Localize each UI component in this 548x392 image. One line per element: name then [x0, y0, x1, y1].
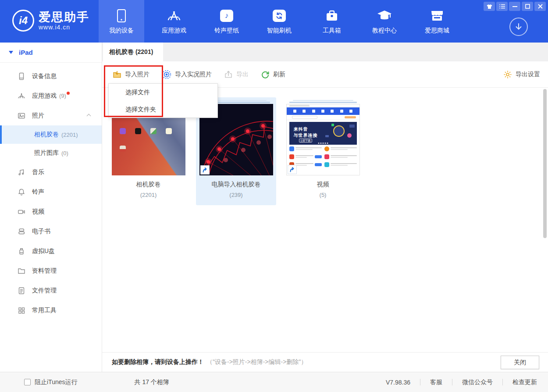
- sidebar-item-ebooks[interactable]: 电子书: [0, 221, 102, 241]
- tab-camera-roll[interactable]: 相机胶卷 (2201): [103, 43, 163, 61]
- ebook-icon: [18, 228, 25, 235]
- sidebar-item-common-tools[interactable]: 常用工具: [0, 300, 102, 320]
- mall-icon: [430, 8, 445, 23]
- album-count: (2201): [108, 192, 189, 198]
- main-nav: 我的设备 应用游戏 ♪ 铃声壁纸 智能刷机 工具箱: [99, 0, 467, 43]
- import-photos-button[interactable]: 导入照片: [113, 70, 149, 78]
- notice-hint: （"设备->照片->相簿->编辑->删除"）: [206, 358, 307, 366]
- download-arrow-icon: [514, 22, 523, 31]
- nav-toolbox[interactable]: 工具箱: [309, 0, 355, 43]
- sidebar-item-data-management[interactable]: 资料管理: [0, 261, 102, 281]
- sidebar-item-camera-roll[interactable]: 相机胶卷 (2201): [0, 125, 102, 144]
- photo-library-count: (0): [61, 150, 68, 157]
- nav-app-games[interactable]: 应用游戏: [151, 0, 197, 43]
- notice-text: 如要删除相簿，请到设备上操作！: [112, 358, 204, 366]
- ringtone-icon: ♪: [220, 8, 233, 23]
- block-itunes-checkbox[interactable]: [24, 379, 31, 385]
- album-name: 电脑导入相机胶卷: [196, 181, 276, 189]
- tutorial-icon: [377, 8, 392, 23]
- export-button[interactable]: 导出: [224, 70, 249, 78]
- status-bar: 阻止iTunes运行 共 17 个相簿 V7.98.36 客服 微信公众号 检查…: [0, 372, 548, 392]
- main-panel: 相机胶卷 (2201) 导入照片 导入实况照片 导出 刷新 导出设置: [102, 43, 548, 372]
- customer-service-link[interactable]: 客服: [430, 378, 442, 386]
- photos-icon: [18, 112, 25, 120]
- sidebar-item-music[interactable]: 音乐: [0, 162, 102, 182]
- banner-text-line1: 来抖音: [294, 126, 308, 132]
- shortcut-arrow-icon: [288, 165, 297, 174]
- banner-download-button: 立即下载: [299, 139, 312, 143]
- menu-item-select-folder[interactable]: 选择文件夹: [109, 101, 217, 118]
- list-icon[interactable]: [496, 2, 508, 11]
- sidebar-device-header[interactable]: iPad: [0, 43, 102, 63]
- close-button[interactable]: 关闭: [501, 356, 539, 369]
- music-icon: [18, 168, 25, 176]
- video-icon: [18, 208, 25, 216]
- nav-tutorial-center[interactable]: 教程中心: [362, 0, 407, 43]
- app-subtitle: www.i4.cn: [39, 24, 89, 31]
- tab-strip: 相机胶卷 (2201): [102, 43, 548, 61]
- sidebar-item-photo-library[interactable]: 照片图库 (0): [0, 144, 102, 162]
- live-photo-icon: [162, 70, 171, 79]
- download-manager-button[interactable]: [509, 18, 528, 36]
- album-tile-videos[interactable]: 来抖音 与世界连接 立即下载: [283, 97, 363, 205]
- device-icon: [116, 8, 127, 23]
- close-icon[interactable]: [534, 2, 546, 11]
- import-photos-dropdown: 选择文件 选择文件夹: [108, 83, 218, 118]
- device-name: iPad: [19, 49, 33, 56]
- menu-item-select-file[interactable]: 选择文件: [109, 84, 217, 101]
- skin-icon[interactable]: [484, 2, 495, 11]
- minimize-icon[interactable]: [509, 2, 520, 11]
- window-controls: [484, 2, 546, 11]
- album-name: 相机胶卷: [108, 181, 189, 189]
- app-header: i4 爱思助手 www.i4.cn 我的设备 应用游戏 ♪ 铃声壁纸 智能: [0, 0, 548, 43]
- sidebar-item-videos[interactable]: 视频: [0, 202, 102, 221]
- album-count: (239): [196, 192, 276, 198]
- file-icon: [18, 287, 25, 295]
- banner-text-line2: 与世界连接: [294, 132, 318, 139]
- sidebar-item-ringtones[interactable]: 铃声: [0, 182, 102, 202]
- appstore-icon: [167, 8, 181, 23]
- notification-dot: [67, 92, 70, 95]
- grid-icon: [18, 306, 25, 314]
- album-count: (5): [283, 192, 363, 198]
- album-total: 共 17 个相簿: [135, 378, 169, 386]
- chevron-up-icon: [87, 114, 91, 118]
- nav-smart-flash[interactable]: 智能刷机: [256, 0, 302, 43]
- export-icon: [224, 70, 233, 78]
- sidebar-item-device-info[interactable]: 设备信息: [0, 66, 102, 86]
- refresh-button[interactable]: 刷新: [261, 70, 285, 79]
- stack-line: [289, 102, 357, 103]
- import-photos-icon: [113, 70, 121, 78]
- logo-i4-icon: i4: [12, 10, 34, 32]
- vertical-scrollbar[interactable]: [543, 89, 547, 238]
- flash-icon: [273, 8, 286, 23]
- sidebar-item-app-games[interactable]: 应用游戏 (9): [0, 86, 102, 106]
- import-live-photos-button[interactable]: 导入实况照片: [162, 70, 212, 79]
- export-settings-button[interactable]: 导出设置: [503, 70, 540, 79]
- sidebar-item-virtual-usb[interactable]: 虚拟U盘: [0, 241, 102, 261]
- divider: [452, 379, 452, 385]
- check-update-link[interactable]: 检查更新: [512, 378, 537, 386]
- sidebar-item-photos[interactable]: 照片: [0, 106, 102, 125]
- version-label: V7.98.36: [386, 379, 410, 386]
- bell-icon: [18, 188, 25, 196]
- chevron-down-icon: [9, 51, 13, 54]
- divider: [420, 379, 420, 385]
- block-itunes-label: 阻止iTunes运行: [35, 378, 78, 386]
- maximize-icon[interactable]: [522, 2, 533, 11]
- sidebar: iPad 设备信息 应用游戏 (9) 照片 相机胶卷 (2201) 照片图库 (…: [0, 43, 102, 372]
- wechat-official-link[interactable]: 微信公众号: [462, 378, 493, 386]
- stack-line: [293, 100, 353, 101]
- app-games-count: (9): [59, 93, 66, 99]
- nav-my-device[interactable]: 我的设备: [99, 0, 144, 43]
- nav-i4-mall[interactable]: 爱思商城: [414, 0, 460, 43]
- folder-icon: [18, 267, 25, 275]
- app-games-icon: [18, 92, 25, 100]
- album-thumbnail-webpage: 来抖音 与世界连接 立即下载: [286, 104, 360, 175]
- sidebar-item-file-management[interactable]: 文件管理: [0, 281, 102, 300]
- usb-icon: [18, 247, 25, 255]
- toolbox-icon: [325, 8, 339, 23]
- divider: [502, 379, 503, 385]
- album-name: 视频: [283, 181, 363, 189]
- nav-ringtone-wallpaper[interactable]: ♪ 铃声壁纸: [204, 0, 249, 43]
